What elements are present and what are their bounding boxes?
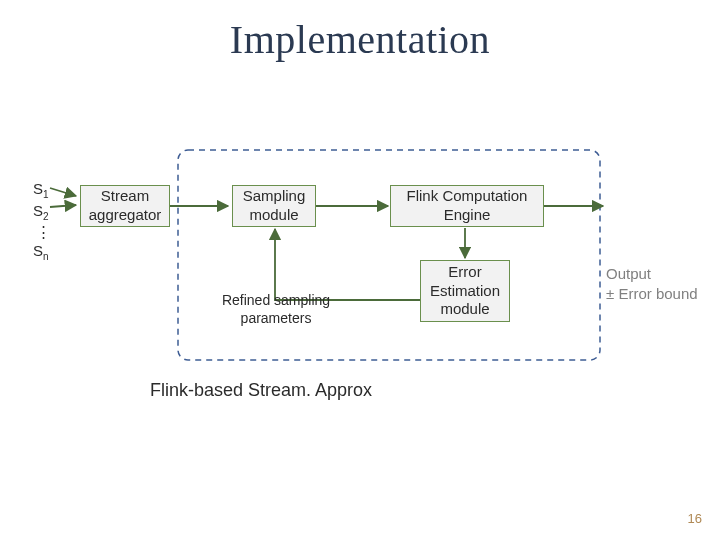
input-streams-column: S1 S2 ⋮ Sn bbox=[33, 180, 51, 263]
diagram-caption: Flink-based Stream. Approx bbox=[150, 380, 372, 401]
stream-dots: ⋮ bbox=[33, 223, 51, 242]
dashed-container bbox=[178, 150, 600, 360]
stream-s2-label: S2 bbox=[33, 202, 51, 224]
page-number: 16 bbox=[688, 511, 702, 526]
sampling-module-box: Sampling module bbox=[232, 185, 316, 227]
stream-aggregator-box: Stream aggregator bbox=[80, 185, 170, 227]
flink-engine-box: Flink Computation Engine bbox=[390, 185, 544, 227]
arrow-error-to-sampling-feedback bbox=[275, 229, 420, 300]
stream-s1-label: S1 bbox=[33, 180, 51, 202]
error-estimation-box: Error Estimation module bbox=[420, 260, 510, 322]
arrow-s2-to-aggregator bbox=[50, 205, 76, 207]
stream-sn-label: Sn bbox=[33, 242, 51, 264]
output-label: Output ± Error bound bbox=[606, 264, 720, 305]
feedback-label: Refined sampling parameters bbox=[206, 292, 346, 327]
arrow-s1-to-aggregator bbox=[50, 188, 76, 196]
